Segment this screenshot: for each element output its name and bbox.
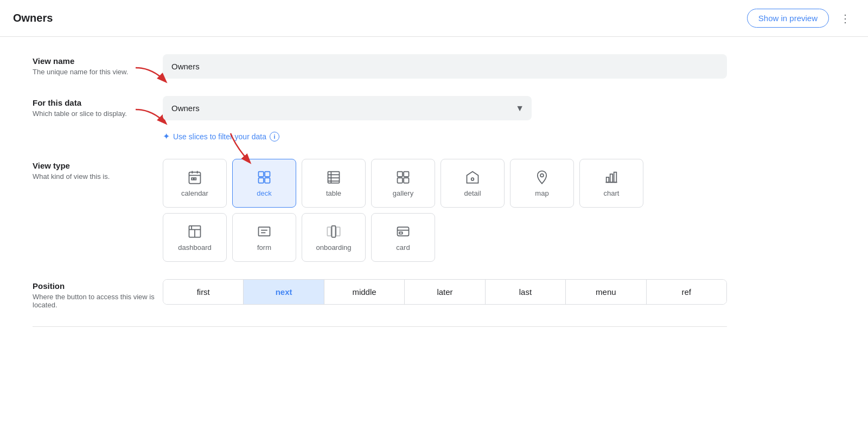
for-this-data-control: Owners ▼ ✦ Use slices to filter your dat… bbox=[163, 96, 727, 141]
detail-icon bbox=[465, 170, 480, 185]
view-type-description: What kind of view this is. bbox=[33, 172, 163, 181]
view-type-label-col: View type What kind of view this is. bbox=[33, 159, 163, 181]
svg-rect-22 bbox=[607, 177, 609, 182]
svg-marker-19 bbox=[467, 171, 478, 183]
position-menu-button[interactable]: menu bbox=[566, 280, 646, 304]
header-actions: Show in preview ⋮ bbox=[747, 9, 855, 28]
view-type-chart-button[interactable]: chart bbox=[579, 159, 643, 208]
info-icon[interactable]: i bbox=[270, 132, 279, 141]
svg-rect-7 bbox=[265, 171, 270, 176]
view-type-grid: calendar deck bbox=[163, 159, 727, 262]
gallery-label: gallery bbox=[393, 189, 413, 197]
view-name-row: View name The unique name for this view. bbox=[33, 54, 727, 79]
more-options-icon[interactable]: ⋮ bbox=[835, 10, 855, 27]
svg-rect-8 bbox=[259, 178, 264, 183]
svg-rect-17 bbox=[398, 178, 403, 183]
svg-rect-16 bbox=[404, 171, 409, 176]
svg-rect-5 bbox=[194, 178, 196, 180]
detail-label: detail bbox=[464, 189, 481, 197]
onboarding-label: onboarding bbox=[316, 243, 351, 252]
deck-label: deck bbox=[257, 189, 271, 197]
svg-rect-18 bbox=[404, 178, 409, 183]
view-type-dashboard-button[interactable]: dashboard bbox=[163, 213, 227, 262]
chart-label: chart bbox=[604, 189, 620, 197]
view-type-card-button[interactable]: card bbox=[371, 213, 435, 262]
view-name-label-col: View name The unique name for this view. bbox=[33, 54, 163, 76]
svg-rect-15 bbox=[398, 171, 403, 176]
form-icon bbox=[257, 224, 272, 239]
header: Owners Show in preview ⋮ bbox=[0, 0, 868, 37]
view-name-label: View name bbox=[33, 56, 163, 66]
svg-rect-30 bbox=[259, 227, 270, 235]
gallery-icon bbox=[395, 170, 411, 185]
use-slices-container: ✦ Use slices to filter your data i bbox=[163, 126, 727, 141]
for-this-data-select-wrapper: Owners ▼ bbox=[163, 96, 532, 120]
svg-point-21 bbox=[540, 173, 544, 177]
show-in-preview-button[interactable]: Show in preview bbox=[747, 9, 829, 28]
position-first-button[interactable]: first bbox=[163, 280, 244, 304]
form-label: form bbox=[257, 243, 271, 252]
bottom-divider bbox=[33, 326, 727, 327]
onboarding-icon bbox=[326, 224, 341, 239]
position-description: Where the button to access this view is … bbox=[33, 293, 163, 309]
position-label-col: Position Where the button to access this… bbox=[33, 279, 163, 309]
view-name-control bbox=[163, 54, 727, 79]
position-later-button[interactable]: later bbox=[405, 280, 485, 304]
svg-point-20 bbox=[471, 178, 474, 181]
view-type-row-2: dashboard form bbox=[163, 213, 727, 262]
view-type-onboarding-button[interactable]: onboarding bbox=[302, 213, 366, 262]
position-ref-button[interactable]: ref bbox=[647, 280, 726, 304]
page-title: Owners bbox=[13, 12, 53, 24]
view-type-row-1: calendar deck bbox=[163, 159, 727, 208]
for-this-data-select[interactable]: Owners bbox=[163, 96, 532, 120]
svg-rect-34 bbox=[332, 226, 336, 237]
position-control: first next middle later last menu ref bbox=[163, 279, 727, 305]
view-type-map-button[interactable]: map bbox=[510, 159, 574, 208]
position-next-button[interactable]: next bbox=[244, 280, 324, 304]
svg-rect-9 bbox=[265, 178, 270, 183]
card-icon bbox=[395, 224, 411, 239]
dashboard-icon bbox=[187, 224, 202, 239]
position-middle-button[interactable]: middle bbox=[324, 280, 405, 304]
view-type-deck-button[interactable]: deck bbox=[232, 159, 296, 208]
view-type-table-button[interactable]: table bbox=[302, 159, 366, 208]
svg-rect-23 bbox=[610, 174, 613, 182]
for-this-data-label-col: For this data Which table or slice to di… bbox=[33, 96, 163, 118]
view-type-label: View type bbox=[33, 161, 163, 170]
view-name-input[interactable] bbox=[163, 54, 727, 79]
view-name-description: The unique name for this view. bbox=[33, 68, 163, 76]
use-slices-label: Use slices to filter your data bbox=[173, 132, 266, 141]
svg-rect-4 bbox=[192, 178, 194, 180]
calendar-icon bbox=[187, 170, 202, 185]
view-type-detail-button[interactable]: detail bbox=[441, 159, 505, 208]
table-label: table bbox=[326, 189, 341, 197]
svg-rect-38 bbox=[399, 232, 403, 234]
view-type-calendar-button[interactable]: calendar bbox=[163, 159, 227, 208]
map-label: map bbox=[535, 189, 548, 197]
view-type-row: View type What kind of view this is. bbox=[33, 159, 727, 262]
card-label: card bbox=[396, 243, 410, 252]
position-buttons: first next middle later last menu ref bbox=[163, 279, 727, 305]
svg-rect-36 bbox=[398, 227, 409, 235]
for-this-data-description: Which table or slice to display. bbox=[33, 110, 163, 118]
deck-icon bbox=[257, 170, 272, 185]
use-slices-link[interactable]: ✦ Use slices to filter your data i bbox=[163, 131, 279, 141]
svg-rect-33 bbox=[327, 227, 331, 235]
position-last-button[interactable]: last bbox=[486, 280, 566, 304]
calendar-label: calendar bbox=[181, 189, 208, 197]
position-label: Position bbox=[33, 281, 163, 291]
map-icon bbox=[534, 170, 550, 185]
dashboard-label: dashboard bbox=[178, 243, 211, 252]
for-this-data-label: For this data bbox=[33, 98, 163, 107]
svg-rect-6 bbox=[259, 171, 264, 176]
view-type-control: calendar deck bbox=[163, 159, 727, 262]
view-type-form-button[interactable]: form bbox=[232, 213, 296, 262]
table-icon bbox=[326, 170, 341, 185]
main-content: View name The unique name for this view.… bbox=[0, 37, 760, 344]
for-this-data-row: For this data Which table or slice to di… bbox=[33, 96, 727, 141]
chart-icon bbox=[604, 170, 619, 185]
view-type-gallery-button[interactable]: gallery bbox=[371, 159, 435, 208]
svg-rect-24 bbox=[614, 172, 617, 182]
svg-rect-35 bbox=[336, 227, 340, 235]
sparkle-icon: ✦ bbox=[163, 131, 170, 141]
